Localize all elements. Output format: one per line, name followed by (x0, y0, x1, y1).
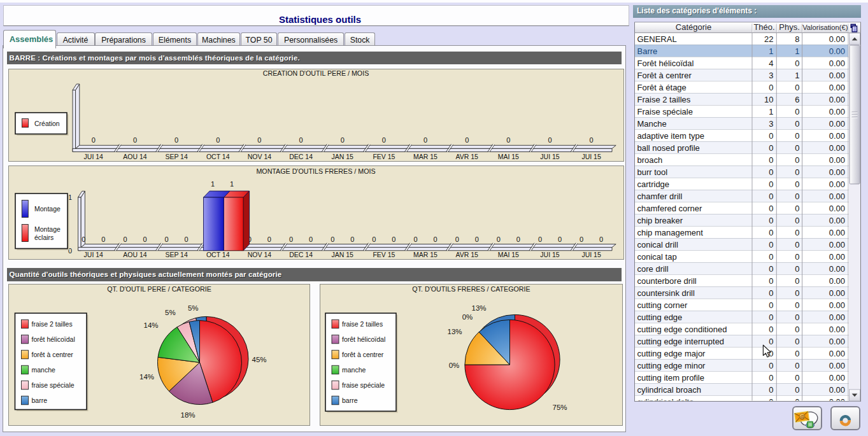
svg-text:0.00: 0.00 (829, 385, 845, 395)
svg-text:0: 0 (92, 136, 96, 144)
svg-text:0: 0 (795, 337, 799, 346)
svg-text:fraise 2 tailles: fraise 2 tailles (32, 320, 73, 328)
svg-text:0.00: 0.00 (829, 143, 845, 153)
svg-text:0.00: 0.00 (829, 373, 845, 383)
svg-text:JUI 14: JUI 14 (84, 153, 104, 160)
svg-text:fraise spéciale: fraise spéciale (342, 381, 385, 389)
svg-text:0: 0 (769, 83, 773, 92)
svg-text:0: 0 (795, 288, 799, 298)
svg-text:cartridge: cartridge (637, 179, 670, 189)
svg-text:MAR 15: MAR 15 (413, 153, 438, 160)
svg-text:chip breaker: chip breaker (637, 216, 683, 225)
svg-text:0: 0 (795, 252, 799, 262)
svg-text:0: 0 (769, 276, 773, 286)
svg-text:0.00: 0.00 (829, 216, 845, 225)
svg-text:0: 0 (350, 236, 354, 243)
svg-text:cutting corner: cutting corner (637, 300, 688, 310)
svg-text:AVR 15: AVR 15 (455, 251, 478, 258)
svg-text:0: 0 (599, 236, 603, 243)
svg-text:10: 10 (764, 95, 773, 104)
svg-text:0: 0 (795, 325, 799, 334)
svg-text:0: 0 (455, 236, 459, 243)
svg-text:0: 0 (769, 167, 773, 177)
svg-text:0: 0 (769, 192, 773, 201)
svg-text:0: 0 (558, 236, 562, 243)
svg-text:ball nosed profile: ball nosed profile (637, 143, 700, 153)
svg-text:1: 1 (769, 107, 773, 116)
svg-text:Montage: Montage (34, 205, 60, 213)
svg-text:0: 0 (795, 313, 799, 322)
svg-text:0.00: 0.00 (829, 252, 845, 262)
svg-text:forêt à centrer: forêt à centrer (32, 351, 74, 358)
svg-text:adaptive item type: adaptive item type (637, 131, 705, 141)
svg-text:chamfer drill: chamfer drill (637, 192, 683, 201)
svg-text:0: 0 (795, 361, 799, 370)
svg-text:barre: barre (32, 397, 48, 404)
svg-text:0: 0 (769, 385, 773, 395)
svg-text:0: 0 (372, 236, 376, 243)
svg-text:0: 0 (341, 136, 345, 144)
svg-text:JAN 15: JAN 15 (331, 153, 353, 160)
svg-text:8: 8 (795, 34, 799, 44)
svg-text:0: 0 (309, 236, 313, 243)
svg-text:Forêt à étage: Forêt à étage (637, 83, 687, 92)
svg-text:0: 0 (795, 373, 799, 383)
svg-text:0: 0 (795, 155, 799, 165)
svg-text:0: 0 (769, 143, 773, 153)
svg-text:JUI 15: JUI 15 (540, 153, 560, 160)
svg-text:Phys.: Phys. (779, 22, 800, 32)
svg-text:0: 0 (795, 240, 799, 250)
svg-text:OCT 14: OCT 14 (206, 153, 230, 160)
svg-text:0: 0 (769, 349, 773, 358)
svg-text:MAI 15: MAI 15 (498, 153, 519, 160)
svg-text:0: 0 (795, 264, 799, 274)
svg-text:0: 0 (123, 236, 127, 243)
svg-text:0: 0 (267, 236, 271, 243)
svg-text:Valorisation(€): Valorisation(€) (802, 24, 848, 31)
svg-text:MONTAGE D'OUTILS FRERES / MOIS: MONTAGE D'OUTILS FRERES / MOIS (256, 167, 375, 175)
svg-text:MAR 15: MAR 15 (413, 251, 438, 258)
svg-text:0.00: 0.00 (829, 240, 845, 250)
svg-text:DEC 14: DEC 14 (289, 251, 313, 258)
svg-text:0: 0 (413, 236, 417, 243)
svg-text:0.00: 0.00 (829, 349, 845, 358)
svg-text:3: 3 (769, 71, 773, 80)
svg-text:0: 0 (465, 136, 469, 144)
svg-text:0: 0 (769, 228, 773, 237)
svg-text:0: 0 (769, 264, 773, 274)
svg-text:chip management: chip management (637, 228, 704, 237)
svg-text:0: 0 (795, 385, 799, 395)
svg-text:Catégorie: Catégorie (676, 22, 711, 32)
svg-text:0: 0 (795, 276, 799, 286)
svg-text:cutting edge minor: cutting edge minor (637, 361, 706, 370)
svg-text:0: 0 (506, 136, 510, 144)
svg-text:DEC 14: DEC 14 (289, 153, 313, 160)
svg-text:0: 0 (423, 136, 427, 144)
svg-text:0: 0 (769, 325, 773, 334)
svg-text:manche: manche (32, 366, 56, 374)
svg-text:0: 0 (795, 300, 799, 310)
svg-text:0.00: 0.00 (829, 179, 845, 189)
svg-text:0: 0 (769, 300, 773, 310)
svg-text:0.00: 0.00 (829, 119, 845, 129)
svg-text:0.00: 0.00 (829, 95, 845, 104)
svg-text:MAI 15: MAI 15 (498, 251, 519, 258)
svg-text:0: 0 (433, 236, 437, 243)
svg-text:0: 0 (580, 236, 583, 243)
svg-text:0.00: 0.00 (829, 228, 845, 237)
svg-text:3: 3 (769, 119, 773, 129)
svg-text:0%: 0% (462, 313, 473, 321)
svg-text:FEV 15: FEV 15 (373, 251, 395, 258)
svg-text:JUI 15: JUI 15 (581, 251, 601, 258)
svg-text:conical tap: conical tap (637, 252, 677, 262)
svg-text:FEV 15: FEV 15 (373, 153, 395, 160)
svg-text:counterbore drill: counterbore drill (637, 276, 697, 286)
svg-text:0: 0 (548, 136, 551, 144)
svg-text:Théo.: Théo. (753, 22, 774, 32)
svg-text:0: 0 (769, 313, 773, 322)
svg-text:0.00: 0.00 (829, 107, 845, 116)
svg-text:0: 0 (392, 236, 395, 243)
svg-text:0: 0 (590, 136, 594, 144)
svg-text:cutting item profile: cutting item profile (637, 373, 705, 383)
svg-text:fraise spéciale: fraise spéciale (32, 381, 75, 389)
